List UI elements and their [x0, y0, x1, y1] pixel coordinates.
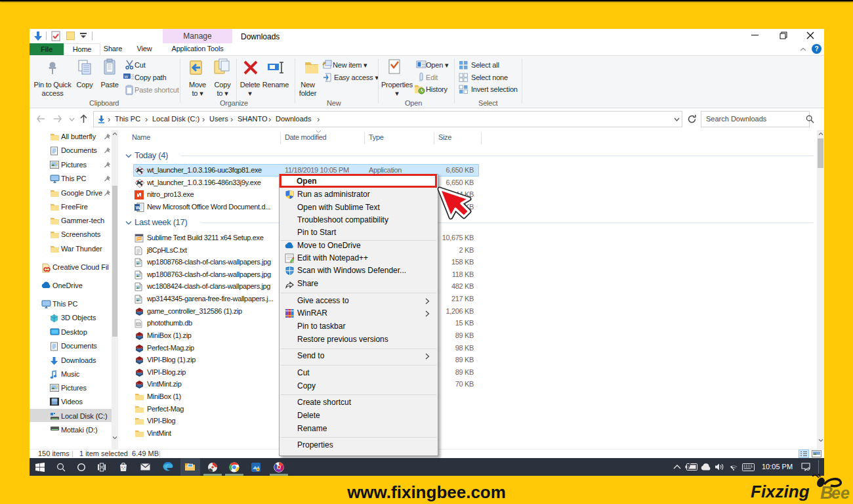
svg-text:W: W: [136, 205, 141, 211]
svg-text:Fixzing: Fixzing: [751, 482, 810, 501]
svg-text:W: W: [125, 75, 129, 79]
